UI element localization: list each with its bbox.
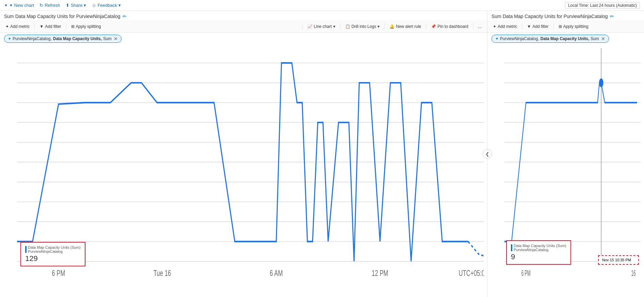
line-chart-icon: 📈 <box>307 24 312 29</box>
line-chart-chevron: ▾ <box>333 24 335 29</box>
more-btn[interactable]: ... <box>476 23 484 30</box>
right-apply-splitting-label: Apply splitting <box>563 24 589 29</box>
metric-tag-agg: Sum <box>103 36 112 41</box>
share-icon: ⬆ <box>66 3 69 8</box>
svg-text:6 PM: 6 PM <box>521 269 531 278</box>
left-add-metric-btn[interactable]: ✦ Add metric <box>3 23 32 30</box>
add-filter-label: Add filter <box>45 24 61 29</box>
metric-tag-catalog: PurviewNinjaCatalog, <box>13 36 52 41</box>
left-chart-dotted <box>468 242 484 258</box>
left-panel: Sum Data Map Capacity Units for PurviewN… <box>0 11 487 297</box>
right-metric-tag-close[interactable]: ✕ <box>601 36 605 41</box>
left-panel-header: Sum Data Map Capacity Units for PurviewN… <box>0 11 487 20</box>
right-metric-tag-name: Data Map Capacity Units, <box>541 36 589 41</box>
line-chart-btn[interactable]: 📈 Line chart ▾ <box>305 23 338 30</box>
add-filter-icon: ▼ <box>39 24 44 29</box>
refresh-icon: ↻ <box>39 3 43 8</box>
toolbar-sep-5 <box>384 23 385 30</box>
right-metric-tag-agg: Sum <box>591 36 599 41</box>
right-metric-tags: ✦ PurviewNinjaCatalog, Data Map Capacity… <box>487 33 644 45</box>
top-nav: ✦ ✦ New chart ↻ Refresh ⬆ Share ▾ ☺ Feed… <box>0 0 644 11</box>
share-chevron: ▾ <box>84 3 86 8</box>
main-content: Sum Data Map Capacity Units for PurviewN… <box>0 11 644 297</box>
left-tooltip: Data Map Capacity Units (Sum) PurviewNin… <box>20 242 85 266</box>
right-add-metric-icon: ✦ <box>493 24 496 29</box>
toolbar-sep-4 <box>340 23 340 30</box>
new-alert-icon: 🔔 <box>389 24 395 29</box>
right-sep-2 <box>553 23 554 30</box>
left-chart-svg: 0 1 2 3 4 5 6 7 8 9 10 11 <box>17 48 484 283</box>
right-add-metric-btn[interactable]: ✦ Add metric <box>490 23 520 30</box>
left-tooltip-catalog: PurviewNinjaCatalog <box>28 249 81 254</box>
right-add-metric-label: Add metric <box>498 24 517 29</box>
new-chart-label: ✦ New chart <box>9 3 34 8</box>
add-metric-label: Add metric <box>10 24 30 29</box>
toolbar-sep-6 <box>426 23 426 30</box>
toolbar-sep-7 <box>473 23 473 30</box>
left-tooltip-value: 129 <box>25 254 81 263</box>
feedback-icon: ☺ <box>92 3 96 8</box>
new-chart-btn[interactable]: ✦ ✦ New chart <box>4 3 34 8</box>
right-panel: Sum Data Map Capacity Units for PurviewN… <box>487 11 644 297</box>
collapse-panel-btn[interactable]: ❮ <box>483 149 492 159</box>
metric-tag-icon: ✦ <box>8 36 11 41</box>
left-apply-splitting-btn[interactable]: ⊞ Apply splitting <box>68 23 104 30</box>
apply-splitting-label: Apply splitting <box>76 24 101 29</box>
apply-splitting-icon: ⊞ <box>71 24 75 29</box>
toolbar-sep-3 <box>302 23 303 30</box>
svg-text:6 AM: 6 AM <box>270 268 283 278</box>
left-title-edit-icon[interactable]: ✏ <box>123 14 127 19</box>
left-metric-tags: ✦ PurviewNinjaCatalog, Data Map Capacity… <box>0 33 487 45</box>
svg-text:6 PM: 6 PM <box>52 268 65 278</box>
share-btn[interactable]: ⬆ Share ▾ <box>66 3 86 8</box>
left-metric-tag: ✦ PurviewNinjaCatalog, Data Map Capacity… <box>4 35 122 43</box>
left-chart-area: 0 1 2 3 4 5 6 7 8 9 10 11 <box>17 45 484 283</box>
right-chart-area: 0 1 2 3 4 5 6 7 8 9 10 11 <box>504 45 641 283</box>
right-title-edit-icon[interactable]: ✏ <box>610 14 614 19</box>
right-tooltip: Data Map Capacity Units (Sum) PurviewNin… <box>506 240 571 265</box>
svg-text:UTC+05:00: UTC+05:00 <box>458 268 484 278</box>
right-toolbar: ✦ Add metric ▼ Add filter ⊞ Apply splitt… <box>487 20 644 33</box>
right-apply-splitting-btn[interactable]: ⊞ Apply splitting <box>556 23 591 30</box>
left-tooltip-series-name: Data Map Capacity Units (Sum) <box>28 245 81 249</box>
more-icon: ... <box>478 24 482 29</box>
drill-logs-label: Drill into Logs <box>352 24 376 29</box>
right-add-filter-icon: ▼ <box>527 24 531 29</box>
right-metric-tag-icon: ✦ <box>495 36 499 41</box>
svg-text:12 PM: 12 PM <box>372 268 388 278</box>
drill-logs-icon: 📋 <box>345 24 350 29</box>
svg-text:16: 16 <box>631 269 636 278</box>
pin-icon: 📌 <box>431 24 436 29</box>
feedback-label: Feedback <box>98 3 117 8</box>
refresh-btn[interactable]: ↻ Refresh <box>39 3 60 8</box>
left-add-filter-btn[interactable]: ▼ Add filter <box>37 23 64 30</box>
time-range-badge[interactable]: Local Time: Last 24 hours (Automatic) <box>565 2 640 9</box>
toolbar-right: 📈 Line chart ▾ 📋 Drill into Logs ▾ 🔔 New… <box>302 23 484 30</box>
svg-text:Tue 16: Tue 16 <box>154 268 171 278</box>
right-metric-tag-catalog: PurviewNinjaCatalog, <box>500 36 539 41</box>
new-alert-btn[interactable]: 🔔 New alert rule <box>387 23 424 30</box>
toolbar-sep-1 <box>34 23 35 30</box>
feedback-chevron: ▾ <box>118 3 121 8</box>
drill-logs-btn[interactable]: 📋 Drill into Logs ▾ <box>342 23 383 30</box>
new-chart-icon: ✦ <box>4 3 8 8</box>
right-metric-tag: ✦ PurviewNinjaCatalog, Data Map Capacity… <box>492 35 609 43</box>
right-tooltip-timestamp: Nov 15 10:35 PM <box>602 258 635 262</box>
refresh-label: Refresh <box>45 3 60 8</box>
pin-dashboard-btn[interactable]: 📌 Pin to dashboard <box>428 23 471 30</box>
new-alert-label: New alert rule <box>396 24 421 29</box>
right-tooltip-bar <box>511 244 512 251</box>
left-tooltip-series: Data Map Capacity Units (Sum) PurviewNin… <box>25 245 81 254</box>
right-sep-1 <box>522 23 522 30</box>
feedback-btn[interactable]: ☺ Feedback ▾ <box>92 3 120 8</box>
right-add-filter-btn[interactable]: ▼ Add filter <box>524 23 551 30</box>
right-panel-header: Sum Data Map Capacity Units for PurviewN… <box>487 11 644 20</box>
right-tooltip-series-name: Data Map Capacity Units (Sum) <box>514 244 566 248</box>
drill-logs-chevron: ▾ <box>377 24 380 29</box>
metric-tag-close[interactable]: ✕ <box>114 36 118 41</box>
add-metric-icon: ✦ <box>5 24 9 29</box>
right-apply-splitting-icon: ⊞ <box>559 24 562 29</box>
left-panel-title: Sum Data Map Capacity Units for PurviewN… <box>4 14 120 19</box>
right-add-filter-label: Add filter <box>532 24 548 29</box>
left-tooltip-bar <box>25 246 27 253</box>
